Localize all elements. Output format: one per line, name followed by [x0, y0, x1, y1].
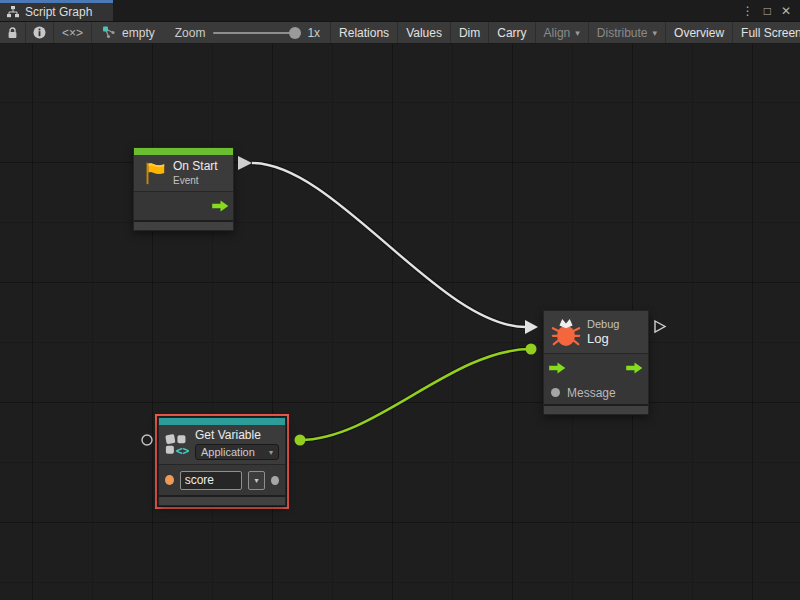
zoom-value: 1x: [307, 26, 320, 40]
script-graph-window: Script Graph ⋮ □ ✕ <×>: [0, 0, 800, 600]
graph-toolbar: <×> empty Zoom 1x Relations Values: [0, 22, 800, 44]
chevron-down-icon: ▾: [269, 448, 273, 457]
info-icon: [33, 26, 46, 39]
tab-bar: Script Graph ⋮ □ ✕: [0, 0, 800, 22]
tab-title: Script Graph: [25, 5, 92, 19]
menu-icon[interactable]: ⋮: [742, 4, 754, 18]
lock-icon: [7, 27, 18, 39]
overview-button[interactable]: Overview: [666, 22, 733, 43]
close-icon[interactable]: ✕: [781, 4, 791, 18]
variable-icon: <>: [165, 432, 189, 457]
dim-button[interactable]: Dim: [451, 22, 489, 43]
variable-color-strip: [159, 418, 285, 425]
node-footer: [544, 404, 648, 414]
maximize-icon[interactable]: □: [764, 4, 771, 18]
flow-input-port[interactable]: [549, 362, 566, 374]
variable-scope-dropdown[interactable]: Application ▾: [195, 444, 279, 460]
code-view-button[interactable]: <×>: [54, 22, 92, 43]
values-button[interactable]: Values: [398, 22, 451, 43]
message-value-port[interactable]: [551, 388, 560, 397]
variable-picker-button[interactable]: ▾: [248, 471, 266, 490]
fullscreen-button[interactable]: Full Screen: [733, 22, 800, 43]
on-start-header: On Start Event: [134, 155, 233, 191]
node-on-start[interactable]: On Start Event: [133, 147, 234, 231]
node-subtitle: Event: [173, 175, 218, 187]
graph-canvas[interactable]: On Start Event: [0, 44, 800, 600]
node-title: Get Variable: [195, 428, 279, 442]
exec-wire-shadow: [252, 163, 526, 327]
graph-network-icon: [102, 26, 116, 39]
node-get-variable[interactable]: <> Get Variable Application ▾: [158, 417, 286, 506]
graph-hierarchy-icon: [7, 6, 19, 18]
unconnected-port-circle: [142, 435, 152, 445]
relations-button[interactable]: Relations: [330, 22, 398, 43]
on-start-port-row: [134, 192, 233, 220]
tab-script-graph[interactable]: Script Graph: [0, 0, 113, 21]
message-port-label: Message: [567, 386, 616, 400]
value-wire-shadow: [300, 349, 531, 440]
zoom-label: Zoom: [175, 26, 206, 40]
carry-button[interactable]: Carry: [489, 22, 535, 43]
log-trigger-row: [544, 354, 648, 381]
value-wire[interactable]: [300, 349, 531, 440]
node-category: Debug: [587, 318, 619, 330]
variable-name-port[interactable]: [165, 475, 174, 485]
graph-reference[interactable]: empty: [92, 22, 165, 43]
unconnected-port-triangle: [655, 321, 665, 332]
chevron-down-icon: ▾: [653, 28, 658, 38]
connections-layer: [0, 44, 800, 600]
variable-scope-value: Application: [201, 446, 255, 458]
event-color-strip: [134, 148, 233, 155]
info-button[interactable]: [26, 22, 54, 43]
exec-wire[interactable]: [252, 163, 526, 327]
svg-text:<>: <>: [176, 443, 189, 456]
exec-wire-start-cap: [238, 156, 252, 170]
log-header: Debug Log: [544, 311, 648, 353]
distribute-dropdown[interactable]: Distribute ▾: [589, 22, 666, 43]
zoom-control: Zoom 1x: [165, 22, 330, 43]
value-wire-start-cap: [295, 435, 306, 446]
flow-output-port[interactable]: [212, 200, 229, 212]
chevron-down-icon: ▾: [254, 476, 258, 485]
selection-outline: <> Get Variable Application ▾: [155, 414, 289, 509]
chevron-down-icon: ▾: [575, 28, 580, 38]
toolbar-right-buttons: Relations Values Dim Carry Align ▾ Distr…: [330, 22, 800, 43]
zoom-slider[interactable]: [213, 32, 299, 34]
zoom-slider-knob[interactable]: [289, 27, 301, 39]
node-title: Log: [587, 332, 619, 346]
variable-name-input[interactable]: [180, 471, 242, 490]
flow-output-port[interactable]: [626, 362, 643, 374]
log-message-row: Message: [544, 381, 648, 404]
graph-name-label: empty: [122, 26, 155, 40]
value-wire-end-cap: [526, 344, 537, 355]
bug-icon: [551, 317, 581, 347]
code-view-icon: <×>: [62, 26, 83, 40]
get-variable-header: <> Get Variable Application ▾: [159, 425, 285, 464]
get-variable-port-row: ▾: [159, 465, 285, 495]
node-debug-log[interactable]: Debug Log Message: [543, 310, 649, 415]
flag-icon: [141, 160, 167, 186]
lock-button[interactable]: [0, 22, 26, 43]
window-controls: ⋮ □ ✕: [742, 0, 800, 21]
variable-output-port[interactable]: [271, 476, 279, 485]
align-dropdown[interactable]: Align ▾: [536, 22, 589, 43]
node-footer: [159, 495, 285, 505]
node-footer: [134, 220, 233, 230]
exec-wire-arrowhead: [525, 320, 538, 334]
node-title: On Start: [173, 159, 218, 173]
